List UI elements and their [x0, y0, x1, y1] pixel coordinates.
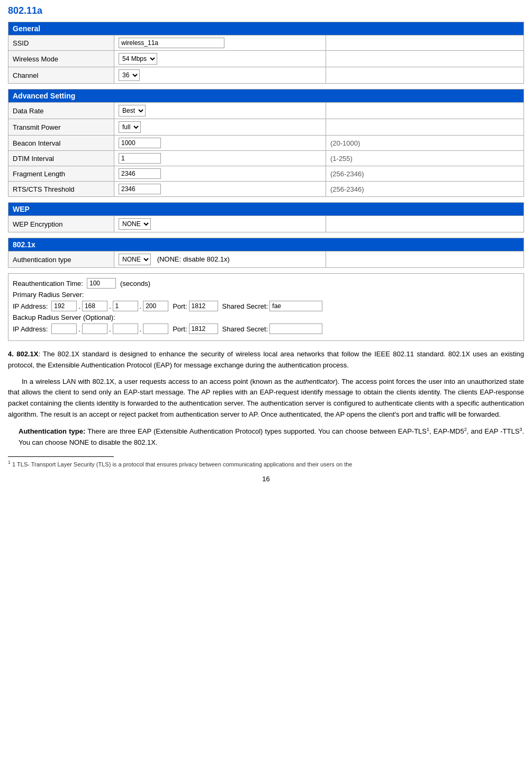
beacon-interval-input[interactable]: [119, 138, 161, 148]
wep-encryption-label: WEP Encryption: [8, 216, 114, 232]
wep-table: WEP WEP Encryption NONE: [8, 202, 524, 232]
transmit-power-label: Transmit Power: [8, 119, 114, 136]
primary-label-row: Primary Radius Server:: [13, 291, 519, 299]
backup-secret-input[interactable]: [269, 323, 322, 334]
primary-ip-label: IP Address:: [13, 302, 48, 310]
dtim-interval-value-cell: [114, 151, 326, 166]
general-table: General SSID Wireless Mode 54 Mbps Chann…: [8, 22, 524, 84]
channel-label: Channel: [8, 67, 114, 84]
rts-threshold-label: RTS/CTS Threshold: [8, 182, 114, 197]
data-rate-select[interactable]: Best: [119, 105, 146, 116]
backup-ip-3[interactable]: [113, 323, 138, 334]
primary-ip-4[interactable]: [143, 301, 168, 311]
footnote-sup: 1: [8, 460, 11, 465]
backup-ip-row: IP Address: . . . Port: Shared Secret:: [13, 323, 519, 334]
primary-secret-input[interactable]: [269, 301, 322, 311]
authenticator-italic: authenticator: [295, 377, 335, 385]
fragment-length-input[interactable]: [119, 168, 161, 179]
dtim-interval-input[interactable]: [119, 153, 161, 164]
prose-section: 4. 802.1X: The 802.1X standard is design…: [8, 349, 524, 448]
rts-threshold-value-cell: [114, 182, 326, 197]
auth-type-bold-label: Authentication type:: [19, 427, 85, 435]
general-header: General: [8, 22, 524, 35]
primary-port-input[interactable]: [189, 301, 218, 311]
ssid-input[interactable]: [119, 38, 224, 48]
advanced-table: Advanced Setting Data Rate Best Transmit…: [8, 89, 524, 197]
dot1x-header: 802.1x: [8, 238, 524, 251]
section4-paragraph: 4. 802.1X: The 802.1X standard is design…: [8, 349, 524, 371]
backup-ip-1[interactable]: [51, 323, 77, 334]
primary-port-label: Port:: [173, 302, 187, 310]
backup-ip-label: IP Address:: [13, 325, 48, 333]
primary-ip-3[interactable]: [113, 301, 138, 311]
auth-type-paragraph: Authentication type: There are three EAP…: [19, 426, 524, 448]
footnote-divider: [8, 456, 114, 457]
fragment-length-value-cell: [114, 166, 326, 182]
reauth-row: Reauthentication Time: (seconds): [13, 278, 519, 289]
wireless-mode-value-cell: 54 Mbps: [114, 51, 326, 67]
dtim-interval-label: DTIM Interval: [8, 151, 114, 166]
auth-type-hint: (NONE: disable 802.1x): [157, 255, 230, 263]
advanced-header: Advanced Setting: [8, 89, 524, 103]
primary-radius-label: Primary Radius Server:: [13, 291, 84, 299]
transmit-power-select[interactable]: full: [119, 121, 141, 133]
backup-secret-label: Shared Secret:: [222, 325, 268, 333]
auth-type-label: Authentication type: [8, 251, 114, 268]
wep-encryption-select[interactable]: NONE: [119, 218, 151, 230]
fragment-length-hint: (256-2346): [326, 166, 524, 182]
backup-ip-2[interactable]: [82, 323, 107, 334]
section4-paragraph2: In a wireless LAN with 802.1X, a user re…: [8, 376, 524, 420]
rts-threshold-hint: (256-2346): [326, 182, 524, 197]
wireless-mode-select[interactable]: 54 Mbps: [119, 53, 157, 65]
ssid-value-cell: [114, 35, 326, 51]
sup2: 2: [464, 427, 467, 432]
wep-header: WEP: [8, 203, 524, 216]
auth-type-value-cell: NONE (NONE: disable 802.1x): [114, 251, 326, 268]
dtim-interval-hint: (1-255): [326, 151, 524, 166]
rts-threshold-input[interactable]: [119, 184, 161, 194]
auth-type-select[interactable]: NONE: [119, 254, 151, 265]
radius-section: Reauthentication Time: (seconds) Primary…: [8, 273, 524, 341]
sup1: 1: [427, 427, 429, 432]
wep-encryption-value-cell: NONE: [114, 216, 326, 232]
backup-port-label: Port:: [173, 325, 187, 333]
backup-port-input[interactable]: [189, 323, 218, 334]
channel-select[interactable]: 36: [119, 69, 140, 81]
data-rate-label: Data Rate: [8, 103, 114, 119]
primary-ip-row: IP Address: . . . Port: Shared Secret:: [13, 301, 519, 311]
primary-ip-1[interactable]: [51, 301, 77, 311]
section4-colon: : The 802.1X standard is designed to enh…: [8, 350, 524, 369]
ssid-label: SSID: [8, 35, 114, 51]
section4-label: 4. 802.1X: [8, 350, 38, 358]
fragment-length-label: Fragment Length: [8, 166, 114, 182]
backup-ip-4[interactable]: [143, 323, 168, 334]
backup-radius-label: Backup Radius Server (Optional):: [13, 313, 115, 321]
dot1x-table: 802.1x Authentication type NONE (NONE: d…: [8, 238, 524, 268]
footnote-text: 1 TLS- Transport Layer Security (TLS) is…: [12, 461, 352, 467]
page-title: 802.11a: [8, 5, 524, 16]
primary-secret-label: Shared Secret:: [222, 302, 268, 310]
reauth-label: Reauthentication Time:: [13, 280, 83, 287]
beacon-interval-label: Beacon Interval: [8, 136, 114, 151]
sup3: 3: [519, 427, 522, 432]
primary-ip-2[interactable]: [82, 301, 107, 311]
channel-value-cell: 36: [114, 67, 326, 84]
beacon-interval-value-cell: [114, 136, 326, 151]
data-rate-value-cell: Best: [114, 103, 326, 119]
reauth-input[interactable]: [87, 278, 116, 289]
page-number: 16: [8, 475, 524, 483]
wireless-mode-label: Wireless Mode: [8, 51, 114, 67]
footnote: 1 1 TLS- Transport Layer Security (TLS) …: [8, 460, 524, 468]
backup-label-row: Backup Radius Server (Optional):: [13, 313, 519, 321]
beacon-interval-hint: (20-1000): [326, 136, 524, 151]
transmit-power-value-cell: full: [114, 119, 326, 136]
reauth-hint: (seconds): [120, 280, 150, 287]
